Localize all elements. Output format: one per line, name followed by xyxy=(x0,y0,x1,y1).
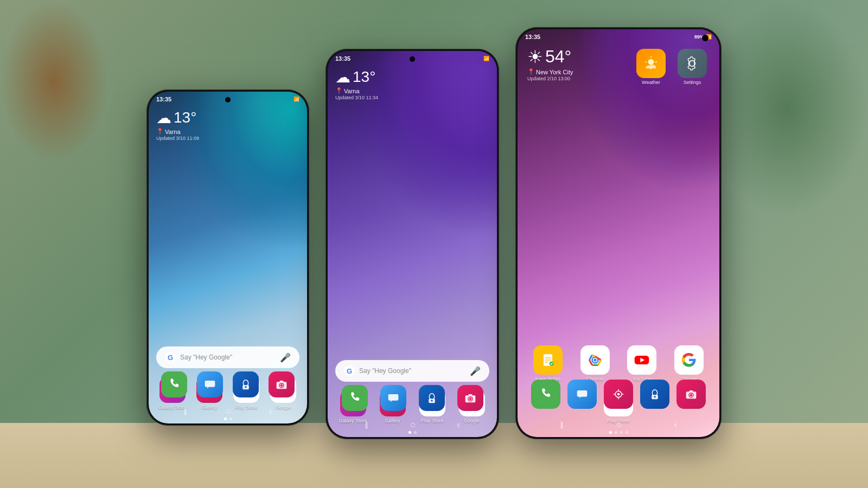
dock-samsung-pass-right[interactable] xyxy=(637,380,672,409)
search-inner-mid: G Say "Hey Google" xyxy=(344,365,470,376)
dock-camera-left[interactable] xyxy=(266,371,297,397)
mic-icon-left[interactable]: 🎤 xyxy=(280,352,291,363)
status-icons-mid: 📶 xyxy=(483,56,489,61)
svg-point-30 xyxy=(469,397,471,400)
camera-icon-mid xyxy=(457,385,483,411)
svg-rect-61 xyxy=(690,390,693,392)
svg-point-57 xyxy=(654,396,656,398)
weather-icon-mid: ☁ xyxy=(335,68,350,86)
dock-phone-mid[interactable] xyxy=(340,385,370,411)
weather-temp-value-right: 54° xyxy=(545,47,571,67)
location-pin-right: 📍 xyxy=(527,68,535,75)
weather-icon-right: ☀ xyxy=(527,47,543,67)
dock-messages-right[interactable] xyxy=(565,380,599,409)
weather-temp-right: ☀ 54° xyxy=(527,47,573,67)
dock-messages-mid[interactable] xyxy=(378,385,409,411)
camera-hole-right xyxy=(702,35,709,41)
search-placeholder-mid: Say "Hey Google" xyxy=(359,367,411,375)
status-time-mid: 13:35 xyxy=(335,55,350,62)
search-bar-left[interactable]: G Say "Hey Google" 🎤 xyxy=(156,346,299,368)
camera-icon-left xyxy=(269,371,295,397)
dock-phone-right[interactable] xyxy=(528,380,563,409)
samsung-pass-icon-mid xyxy=(419,385,445,411)
nav-home-mid[interactable]: ○ xyxy=(410,419,416,431)
weather-mid: ☁ 13° 📍 Varna Updated 3/10 11:34 xyxy=(328,64,497,105)
svg-point-11 xyxy=(245,386,247,388)
nav-back-mid[interactable]: ‹ xyxy=(457,419,460,431)
dock-phone-left[interactable] xyxy=(159,371,189,397)
google-logo-mid: G xyxy=(344,365,355,376)
dock-samsung-pass-left[interactable] xyxy=(231,371,261,397)
wifi-icon-left: 📶 xyxy=(293,97,299,102)
location-name-left: Varna xyxy=(165,129,181,135)
phone-icon-mid xyxy=(342,385,368,411)
nav-bar-right: ⫿ ○ ‹ xyxy=(518,417,719,433)
dock-messages-left[interactable] xyxy=(195,371,225,397)
dock-right xyxy=(527,380,710,409)
camera-hole-left xyxy=(225,97,231,102)
nav-recents-left[interactable]: ⫿ xyxy=(183,406,188,417)
app-settings-right[interactable]: Settings xyxy=(675,49,710,85)
dock-camera-mid[interactable] xyxy=(455,385,486,411)
nav-back-right[interactable]: ‹ xyxy=(674,419,677,431)
app-youtube-right[interactable]: YouTube xyxy=(624,345,659,382)
status-time-right: 13:35 xyxy=(525,34,540,40)
svg-rect-15 xyxy=(280,381,284,382)
svg-rect-8 xyxy=(205,381,215,387)
svg-point-50 xyxy=(617,393,620,396)
weather-location-right: 📍 New York City xyxy=(527,68,573,75)
samsung-pass-icon-right xyxy=(640,380,669,409)
settings-label-right: Settings xyxy=(684,80,701,85)
weather-temp-mid: ☁ 13° xyxy=(335,68,489,86)
messages-icon-right xyxy=(567,380,597,409)
location-name-right: New York City xyxy=(536,69,573,75)
app-google-right[interactable]: Google xyxy=(672,345,706,382)
phones-container: 13:35 📶 ☁ 13° 📍 Varna Updated 3/10 11:09 xyxy=(0,0,868,488)
weather-right: ☀ 54° 📍 New York City Updated 2/10 13:00 xyxy=(527,44,573,84)
svg-point-27 xyxy=(431,400,433,402)
weather-icon-left: ☁ xyxy=(156,109,171,127)
search-inner-left: G Say "Hey Google" xyxy=(165,352,280,363)
settings-icon-right xyxy=(678,49,707,78)
location-pin-left: 📍 xyxy=(156,128,164,135)
weather-temp-value-left: 13° xyxy=(174,109,196,126)
svg-point-14 xyxy=(280,384,283,387)
nav-home-right[interactable]: ○ xyxy=(616,419,622,431)
dock-camera-right[interactable] xyxy=(674,380,709,409)
samsung-pass-icon-left xyxy=(233,371,259,397)
status-time-left: 13:35 xyxy=(156,96,171,102)
weather-updated-right: Updated 2/10 13:00 xyxy=(527,76,573,81)
app-chrome-right[interactable]: Chrome xyxy=(578,345,612,382)
app-keep-notes-right[interactable]: Keep Notes xyxy=(531,345,565,382)
nav-home-left[interactable]: ○ xyxy=(226,406,232,417)
dock-left xyxy=(156,371,299,397)
search-bar-mid[interactable]: G Say "Hey Google" 🎤 xyxy=(335,360,489,382)
google-icon-right xyxy=(674,345,704,375)
keep-notes-icon-right xyxy=(533,345,563,375)
phone-icon-right xyxy=(531,380,560,409)
nav-recents-right[interactable]: ⫿ xyxy=(560,419,565,431)
dock-gallery-right[interactable] xyxy=(601,380,636,409)
nav-bar-mid: ⫿ ○ ‹ xyxy=(328,417,497,433)
app-weather-right[interactable]: Weather xyxy=(634,49,668,85)
nav-back-left[interactable]: ‹ xyxy=(269,406,272,417)
weather-app-label-right: Weather xyxy=(642,80,660,85)
svg-point-60 xyxy=(690,394,693,396)
nav-recents-mid[interactable]: ⫿ xyxy=(365,419,369,431)
weather-temp-value-mid: 13° xyxy=(353,68,375,86)
mic-icon-mid[interactable]: 🎤 xyxy=(470,366,481,376)
google-logo-left: G xyxy=(165,352,176,363)
youtube-icon-right xyxy=(627,345,656,375)
chrome-icon-right xyxy=(580,345,610,375)
top-apps-right: Weather Settings xyxy=(634,49,710,85)
phone-right: 13:35 89% 📶 ☀ 54° 📍 New York City xyxy=(515,27,722,439)
status-bar-right: 13:35 89% 📶 xyxy=(518,29,719,42)
weather-temp-left: ☁ 13° xyxy=(156,109,299,127)
phone-mid: 13:35 📶 ☁ 13° 📍 Varna Updated 3/10 11:34 xyxy=(326,49,499,439)
camera-hole-mid xyxy=(410,56,415,62)
dock-samsung-pass-mid[interactable] xyxy=(417,385,447,411)
weather-location-mid: 📍 Varna xyxy=(335,87,489,94)
weather-app-icon-right xyxy=(636,49,666,78)
svg-rect-31 xyxy=(468,394,472,396)
nav-bar-left: ⫿ ○ ‹ xyxy=(149,403,307,419)
